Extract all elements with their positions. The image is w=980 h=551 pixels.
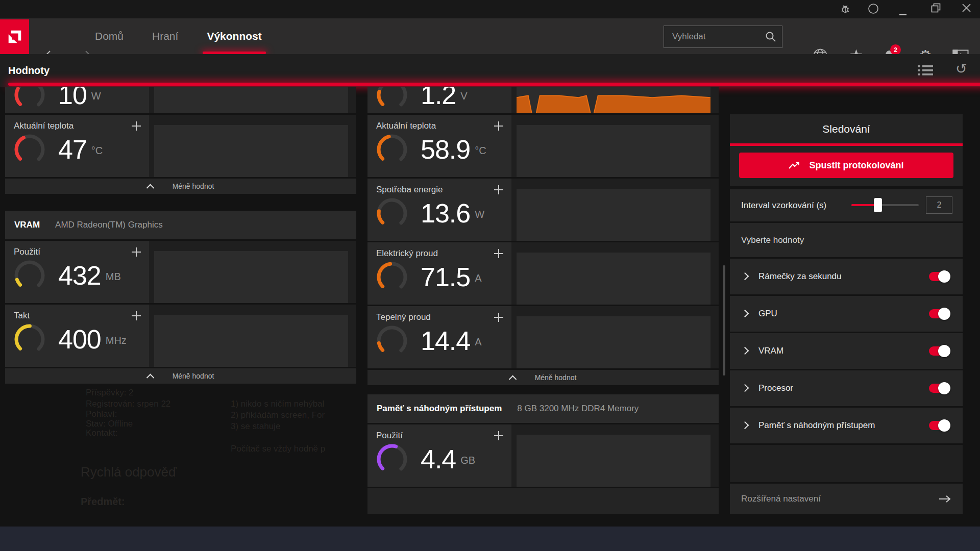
tab-vykonnost[interactable]: Výkonnost xyxy=(207,18,261,54)
advanced-settings-row[interactable]: Rozšířená nastavení xyxy=(730,484,963,514)
metric-card-vram-usage: Použití 432MB xyxy=(5,241,356,303)
gauge-vram-clock xyxy=(13,323,46,356)
chevron-right-icon[interactable] xyxy=(741,272,749,281)
main-menu: Domů Hraní Výkonnost xyxy=(95,18,262,54)
help-icon[interactable] xyxy=(868,3,879,16)
add-metric-button[interactable] xyxy=(132,247,141,257)
active-subtab-underline xyxy=(8,83,980,86)
toggle-row-fps[interactable]: Rámečky za sekundu xyxy=(730,259,963,294)
toggle-knob xyxy=(938,419,950,432)
tab-hrani[interactable]: Hraní xyxy=(152,18,178,54)
collapse-vram-metrics[interactable]: Méně hodnot xyxy=(5,368,356,384)
vram-section-header: VRAM AMD Radeon(TM) Graphics xyxy=(5,211,356,239)
scrollbar-thumb[interactable] xyxy=(723,265,725,375)
search-icon[interactable] xyxy=(765,31,776,44)
metric-card-vram-clock: Takt 400MHz xyxy=(5,305,356,367)
sparkline-vram-usage xyxy=(154,251,348,303)
tab-domu[interactable]: Domů xyxy=(95,18,124,54)
chevron-right-icon[interactable] xyxy=(741,347,749,355)
metric-card-cpu-current: Elektrický proud 71.5A xyxy=(368,242,719,305)
toggle-row-gpu[interactable]: GPU xyxy=(730,296,963,332)
minimize-button[interactable] xyxy=(899,9,906,18)
gauge-cpu-temp xyxy=(376,133,408,166)
sparkline-cpu-temp xyxy=(517,125,710,177)
vram-toggle[interactable] xyxy=(929,346,948,356)
toggle-knob xyxy=(938,382,950,394)
subtab-bar: Hodnoty Poradci ↺ xyxy=(0,54,980,87)
ram-section-footer[interactable] xyxy=(368,488,719,514)
toggle-row-ram[interactable]: Paměť s náhodným přístupem xyxy=(730,408,963,443)
add-metric-button[interactable] xyxy=(494,121,503,131)
sidebar-title: Sledování xyxy=(730,114,963,143)
chevron-up-icon xyxy=(508,375,517,383)
logging-section: Spustit protokolování xyxy=(730,146,963,186)
add-metric-button[interactable] xyxy=(132,311,141,320)
chevron-right-icon[interactable] xyxy=(741,310,749,318)
amd-radeon-software-window: Domů Hraní Výkonnost xyxy=(0,0,980,551)
metric-card-gpu-power: 10W xyxy=(5,87,356,113)
sparkline-ram-usage xyxy=(517,435,710,487)
chevron-right-icon[interactable] xyxy=(741,421,749,430)
interval-slider-fill xyxy=(851,204,877,206)
restore-button[interactable] xyxy=(931,3,941,15)
metric-card-ram-usage: Použití 4.4GB xyxy=(368,424,719,487)
metric-card-cpu-temp: Aktuální teplota 58.9°C xyxy=(368,115,719,177)
navbar: Domů Hraní Výkonnost xyxy=(0,18,980,54)
ram-toggle[interactable] xyxy=(929,421,948,430)
add-metric-button[interactable] xyxy=(494,249,503,258)
gauge-ram-usage xyxy=(376,443,408,475)
gpu-toggle[interactable] xyxy=(929,309,948,318)
metric-card-cpu-voltage: 1.2V xyxy=(368,87,719,113)
select-values-row: Vyberte hodnoty xyxy=(730,223,963,257)
sparkline-cpu-thermal xyxy=(517,316,710,368)
sparkline-cpu-current xyxy=(517,253,710,305)
trend-icon xyxy=(789,161,802,170)
background-bleed-text: Příspěvky: 2 Registrován: srpen 22 Pohla… xyxy=(77,378,362,516)
sparkline-cpu-voltage xyxy=(517,87,710,113)
cpu-toggle[interactable] xyxy=(929,384,948,393)
windows-taskbar: L xyxy=(0,527,980,551)
interval-value-box[interactable]: 2 xyxy=(926,196,952,214)
gauge-vram-usage xyxy=(13,259,46,292)
gauge-cpu-power xyxy=(376,197,408,230)
toggle-row-cpu[interactable]: Procesor xyxy=(730,370,963,406)
gauge-cpu-voltage xyxy=(376,87,408,111)
arrow-right-icon xyxy=(938,495,951,505)
start-logging-button[interactable]: Spustit protokolování xyxy=(739,153,953,178)
collapse-gpu-metrics[interactable]: Méně hodnot xyxy=(5,179,356,194)
bug-report-icon[interactable] xyxy=(840,3,851,16)
chevron-right-icon[interactable] xyxy=(741,384,749,392)
add-metric-button[interactable] xyxy=(494,313,503,322)
toggle-knob xyxy=(938,308,950,320)
add-metric-button[interactable] xyxy=(494,185,503,194)
toggle-knob xyxy=(938,345,950,357)
gauge-gpu-power xyxy=(13,87,46,111)
reset-icon[interactable]: ↺ xyxy=(955,61,967,77)
collapse-cpu-metrics[interactable]: Méně hodnot xyxy=(368,370,719,385)
gauge-cpu-current xyxy=(376,261,408,293)
sparkline-vram-clock xyxy=(154,315,348,367)
add-metric-button[interactable] xyxy=(494,431,503,440)
gauge-cpu-thermal xyxy=(376,324,408,357)
metric-card-gpu-temp: Aktuální teplota 47°C xyxy=(5,115,356,177)
amd-logo[interactable] xyxy=(0,19,29,54)
close-button[interactable] xyxy=(962,3,971,15)
sampling-interval-row: Interval vzorkování (s) 2 xyxy=(730,189,963,221)
gauge-gpu-temp xyxy=(13,133,46,166)
tab-hodnoty[interactable]: Hodnoty xyxy=(8,54,980,87)
sparkline-gpu-power xyxy=(154,87,348,113)
toggle-knob xyxy=(938,270,950,283)
notification-badge: 2 xyxy=(890,44,901,55)
ram-section-header: Paměť s náhodným přístupem 8 GB 3200 MHz… xyxy=(368,394,719,423)
chevron-up-icon xyxy=(146,373,154,382)
interval-slider-thumb[interactable] xyxy=(874,198,882,212)
toggle-row-vram[interactable]: VRAM xyxy=(730,333,963,369)
chevron-up-icon xyxy=(146,184,154,192)
list-view-icon[interactable] xyxy=(918,64,933,79)
sparkline-cpu-power xyxy=(517,189,710,241)
sparkline-gpu-temp xyxy=(154,125,348,177)
titlebar xyxy=(0,0,980,18)
add-metric-button[interactable] xyxy=(132,121,141,131)
fps-toggle[interactable] xyxy=(929,272,948,281)
metric-card-cpu-power: Spotřeba energie 13.6W xyxy=(368,179,719,241)
